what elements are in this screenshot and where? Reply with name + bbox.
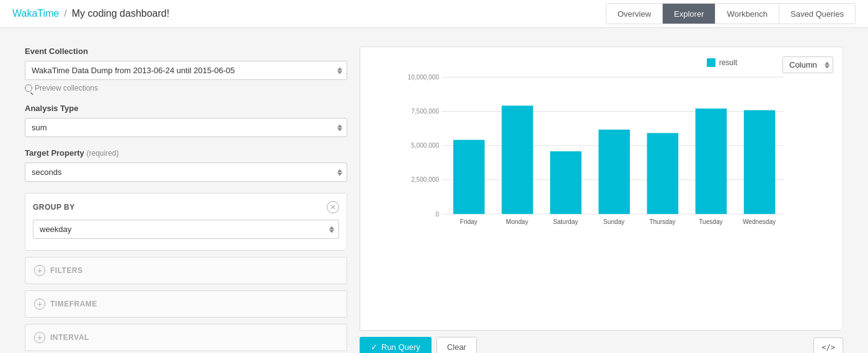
clear-button[interactable]: Clear — [436, 337, 477, 353]
svg-text:7,500,000: 7,500,000 — [411, 108, 439, 115]
bar-friday — [453, 140, 485, 213]
analysis-type-label: Analysis Type — [25, 104, 347, 113]
separator: / — [64, 8, 66, 19]
tab-overview[interactable]: Overview — [606, 4, 663, 24]
header-nav: Overview Explorer Workbench Saved Querie… — [606, 3, 856, 24]
preview-link-text: Preview collections — [35, 84, 98, 92]
target-property-select[interactable]: seconds — [25, 163, 347, 182]
tab-explorer[interactable]: Explorer — [663, 4, 715, 24]
tab-workbench[interactable]: Workbench — [715, 4, 779, 24]
code-button[interactable]: </> — [813, 337, 843, 354]
svg-text:Monday: Monday — [506, 218, 529, 225]
run-query-label: Run Query — [381, 342, 420, 352]
filters-label: FILTERS — [50, 266, 83, 275]
timeframe-plus-icon: + — [34, 298, 45, 310]
search-icon — [25, 84, 32, 92]
bar-wednesday — [744, 110, 776, 214]
checkmark-icon: ✓ — [371, 342, 378, 352]
legend-color-swatch — [707, 58, 715, 67]
filters-plus-icon: + — [34, 265, 45, 276]
chart-type-selector: Column — [782, 56, 833, 73]
svg-text:Friday: Friday — [460, 218, 478, 225]
timeframe-label: TIMEFRAME — [50, 300, 97, 308]
svg-text:Tuesday: Tuesday — [699, 218, 723, 225]
event-collection-label: Event Collection — [25, 47, 347, 56]
right-panel: result Column — [360, 47, 843, 353]
svg-text:2,500,000: 2,500,000 — [411, 176, 439, 183]
bar-sunday — [598, 130, 630, 214]
event-collection-section: Event Collection WakaTime Data Dump from… — [25, 47, 347, 92]
bar-thursday — [647, 133, 679, 213]
interval-section[interactable]: + INTERVAL — [25, 324, 347, 351]
svg-text:Wednesday: Wednesday — [743, 218, 776, 225]
left-panel: Event Collection WakaTime Data Dump from… — [25, 47, 347, 353]
app-name: WakaTime — [12, 8, 59, 19]
group-by-select[interactable]: weekday — [33, 220, 339, 239]
bar-tuesday — [696, 109, 727, 214]
page-title: My coding dashboard! — [72, 8, 169, 19]
svg-text:0: 0 — [435, 211, 439, 218]
bar-saturday — [550, 151, 582, 214]
target-property-label: Target Property (required) — [25, 148, 347, 158]
run-query-button[interactable]: ✓ Run Query — [360, 337, 432, 353]
legend-label: result — [719, 58, 737, 67]
svg-text:Saturday: Saturday — [553, 218, 578, 225]
event-collection-select[interactable]: WakaTime Data Dump from 2013-06-24 until… — [25, 61, 347, 80]
group-by-section: GROUP BY ✕ weekday — [25, 193, 347, 251]
required-badge: (required) — [86, 149, 118, 158]
target-property-section: Target Property (required) seconds — [25, 148, 347, 182]
bottom-left-actions: ✓ Run Query Clear — [360, 337, 477, 353]
event-collection-select-wrapper: WakaTime Data Dump from 2013-06-24 until… — [25, 61, 347, 80]
header-title: WakaTime / My coding dashboard! — [12, 8, 169, 19]
main-content: Event Collection WakaTime Data Dump from… — [0, 28, 868, 353]
interval-plus-icon: + — [34, 332, 45, 343]
preview-collections-link[interactable]: Preview collections — [25, 84, 347, 92]
chart-type-select[interactable]: Column — [782, 56, 833, 73]
group-by-close-button[interactable]: ✕ — [327, 201, 339, 213]
bar-monday — [502, 105, 533, 214]
header: WakaTime / My coding dashboard! Overview… — [0, 0, 868, 28]
chart-area: 10,000,000 7,500,000 5,000,000 2,500,000… — [373, 66, 830, 324]
target-property-select-wrapper: seconds — [25, 163, 347, 182]
tab-saved-queries[interactable]: Saved Queries — [779, 4, 855, 24]
chart-type-wrapper: Column — [782, 56, 833, 73]
interval-label: INTERVAL — [50, 333, 89, 342]
group-by-header: GROUP BY ✕ — [33, 201, 339, 213]
bottom-bar: ✓ Run Query Clear </> — [360, 337, 843, 353]
filters-section[interactable]: + FILTERS — [25, 257, 347, 284]
analysis-type-section: Analysis Type sum — [25, 104, 347, 137]
group-by-label: GROUP BY — [33, 203, 75, 212]
svg-text:10,000,000: 10,000,000 — [408, 74, 440, 81]
chart-container: result Column — [360, 47, 843, 331]
svg-text:5,000,000: 5,000,000 — [411, 142, 439, 149]
svg-text:Sunday: Sunday — [603, 218, 625, 225]
bar-chart-svg: 10,000,000 7,500,000 5,000,000 2,500,000… — [373, 66, 830, 277]
group-by-select-wrapper: weekday — [33, 220, 339, 239]
svg-text:Thursday: Thursday — [649, 218, 676, 225]
analysis-type-select[interactable]: sum — [25, 118, 347, 137]
chart-legend: result — [707, 58, 737, 67]
analysis-type-select-wrapper: sum — [25, 118, 347, 137]
timeframe-section[interactable]: + TIMEFRAME — [25, 290, 347, 318]
